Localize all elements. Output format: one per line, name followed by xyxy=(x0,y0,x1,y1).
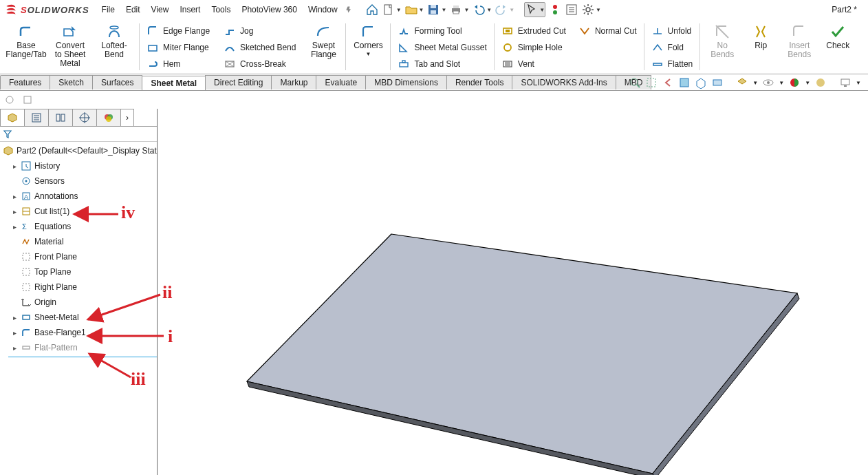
annotation-arrows xyxy=(0,0,206,475)
menu-window[interactable]: Window xyxy=(308,5,338,14)
no-bends-button: No Bends xyxy=(703,22,741,61)
zoom-fit-icon[interactable] xyxy=(629,76,641,89)
traffic-light-icon[interactable] xyxy=(548,3,562,17)
menu-photoview360[interactable]: PhotoView 360 xyxy=(241,5,297,14)
undo-button[interactable]: ▼ xyxy=(472,3,492,17)
vent-button[interactable]: Vent xyxy=(497,56,570,72)
pin-icon[interactable] xyxy=(345,6,353,14)
svg-point-28 xyxy=(631,78,638,85)
extruded-cut-button[interactable]: Extruded Cut xyxy=(497,23,570,39)
svg-rect-5 xyxy=(453,6,459,8)
check-button[interactable]: Check xyxy=(818,22,857,52)
display-style-icon[interactable] xyxy=(711,76,724,89)
annotation-iii: iii xyxy=(131,369,146,390)
svg-point-21 xyxy=(504,44,511,51)
svg-line-68 xyxy=(88,295,160,319)
open-button[interactable]: ▼ xyxy=(404,3,424,17)
save-button[interactable]: ▼ xyxy=(426,3,446,17)
svg-point-13 xyxy=(586,8,590,12)
svg-rect-30 xyxy=(647,78,655,87)
menu-tools[interactable]: Tools xyxy=(211,5,230,14)
quick-access-toolbar: ▼ ▼ ▼ ▼ ▼ ▼ ▼ ▼ xyxy=(365,2,601,17)
options-list-icon[interactable] xyxy=(565,3,578,17)
svg-point-7 xyxy=(553,5,557,9)
settings-button[interactable]: ▼ xyxy=(581,3,601,17)
zoom-area-icon[interactable] xyxy=(645,76,658,89)
annotation-iv: iv xyxy=(121,202,135,223)
svg-point-8 xyxy=(553,10,557,14)
graphics-viewport[interactable] xyxy=(158,109,868,475)
cross-break-button[interactable]: Cross-Break xyxy=(219,56,300,72)
document-name: Part2 * xyxy=(832,5,864,14)
svg-rect-3 xyxy=(431,10,436,14)
fold-button[interactable]: Fold xyxy=(647,40,697,55)
previous-view-icon[interactable] xyxy=(662,76,674,89)
eye-icon[interactable] xyxy=(762,76,774,89)
appearance-icon[interactable] xyxy=(788,76,801,89)
svg-line-29 xyxy=(637,85,640,87)
corners-button[interactable]: Corners▼ xyxy=(349,22,387,59)
simple-hole-button[interactable]: Simple Hole xyxy=(497,40,570,55)
tab-and-slot-button[interactable]: Tab and Slot xyxy=(393,56,490,72)
svg-rect-2 xyxy=(431,5,436,8)
forming-tool-button[interactable]: Forming Tool xyxy=(393,23,490,39)
select-tool-button[interactable]: ▼ xyxy=(524,2,545,17)
annotation-i: i xyxy=(168,326,173,347)
swept-flange-button[interactable]: Swept Flange xyxy=(304,22,343,61)
svg-point-37 xyxy=(816,78,825,87)
scene-icon[interactable] xyxy=(814,76,827,89)
normal-cut-button[interactable]: Normal Cut xyxy=(574,23,641,39)
unfold-button[interactable]: Unfold xyxy=(647,23,697,39)
svg-rect-32 xyxy=(713,80,721,85)
new-document-button[interactable]: ▼ xyxy=(382,3,402,17)
section-view-icon[interactable] xyxy=(678,76,691,89)
annotation-ii: ii xyxy=(162,282,172,303)
sheet-top-face xyxy=(247,234,797,474)
svg-rect-17 xyxy=(400,63,408,67)
redo-button[interactable]: ▼ xyxy=(495,3,514,17)
svg-rect-31 xyxy=(680,78,688,87)
hide-show-icon[interactable] xyxy=(736,76,748,89)
svg-rect-18 xyxy=(402,61,405,63)
svg-rect-0 xyxy=(384,5,391,14)
print-button[interactable]: ▼ xyxy=(449,3,469,17)
model-view-svg xyxy=(158,109,868,475)
svg-rect-26 xyxy=(653,63,662,65)
flatten-button[interactable]: Flatten xyxy=(647,56,697,72)
monitor-icon[interactable] xyxy=(839,76,851,89)
svg-rect-20 xyxy=(506,30,510,32)
svg-line-27 xyxy=(716,25,728,38)
sheet-metal-gusset-button[interactable]: Sheet Metal Gusset xyxy=(393,40,490,55)
sketched-bend-button[interactable]: Sketched Bend xyxy=(219,40,300,55)
insert-bends-button: Insert Bends xyxy=(780,22,818,61)
jog-button[interactable]: Jog xyxy=(219,23,300,39)
svg-point-34 xyxy=(767,81,770,84)
home-icon[interactable] xyxy=(365,3,379,17)
rip-button[interactable]: Rip xyxy=(741,22,780,52)
svg-rect-6 xyxy=(453,11,459,14)
view-orientation-icon[interactable] xyxy=(695,76,707,89)
svg-line-70 xyxy=(89,354,131,377)
svg-rect-38 xyxy=(841,79,849,85)
